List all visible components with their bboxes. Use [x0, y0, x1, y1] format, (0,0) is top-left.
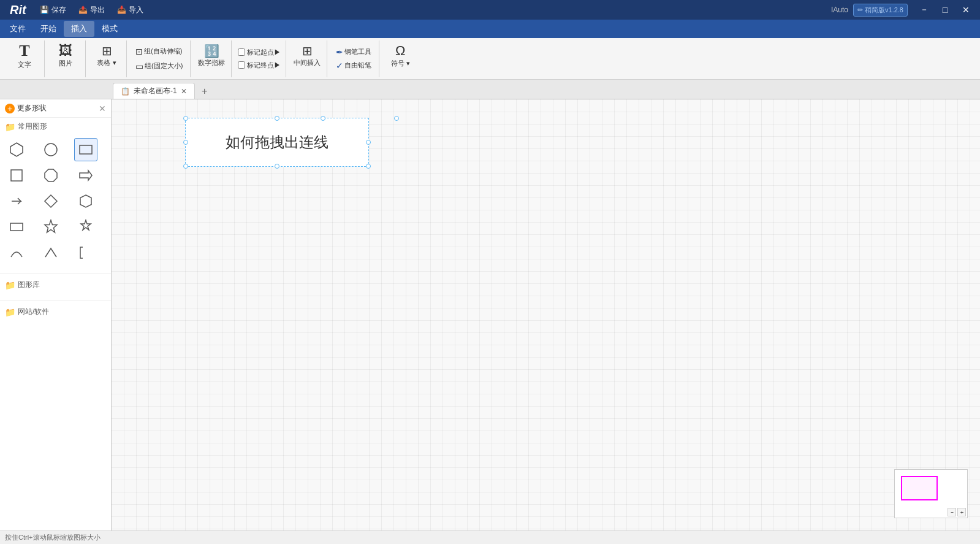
shape-arc[interactable]	[5, 241, 28, 264]
handle-tc[interactable]	[275, 116, 279, 121]
minimize-button[interactable]: －	[915, 3, 933, 17]
minimap-zoom-in[interactable]: ＋	[957, 508, 966, 516]
mark-start-row[interactable]: 标记起点▶	[238, 47, 281, 58]
common-shapes-label: 常用图形	[18, 121, 47, 132]
close-button[interactable]: ✕	[957, 3, 975, 17]
toolbar-group-table: ⊞ 表格 ▾	[87, 40, 127, 77]
shape-hexagon[interactable]	[5, 138, 28, 161]
shape-arrow-right[interactable]	[74, 164, 97, 187]
handle-rc[interactable]	[366, 140, 371, 145]
toolbar-group-symbol: Ω 符号 ▾	[381, 40, 420, 77]
version-badge: ✏ 稍简版v1.2.8	[853, 4, 908, 17]
shape-hexagon2[interactable]	[74, 190, 97, 213]
shape-circle[interactable]	[39, 138, 63, 161]
handle-bl[interactable]	[183, 164, 188, 169]
symbol-label: 符号 ▾	[391, 59, 410, 68]
status-bar: 按住Ctrl+滚动鼠标缩放图标大小	[0, 531, 980, 544]
shape-star5[interactable]	[39, 215, 63, 239]
svg-rect-8	[10, 223, 23, 231]
mid-insert-button[interactable]: ⊞ 中间插入	[292, 40, 322, 72]
tab-close-button[interactable]: ✕	[181, 87, 187, 96]
pen-tool-button[interactable]: ✒ 钢笔工具	[333, 46, 374, 58]
sidebar-close-button[interactable]: ✕	[99, 104, 106, 113]
tab-label: 未命名画布-1	[134, 86, 177, 96]
sidebar-header-left: + 更多形状	[5, 103, 47, 113]
svg-marker-9	[45, 220, 57, 232]
svg-marker-6	[45, 195, 57, 207]
shape-rectangle[interactable]	[74, 138, 97, 161]
text-tool-button[interactable]: T 文字	[10, 40, 39, 72]
group-fixed-icon: ▭	[135, 61, 143, 71]
menu-insert[interactable]: 插入	[64, 21, 94, 37]
toolbar-group-group: ⊡ 组(自动伸缩) ▭ 组(固定大小)	[128, 40, 191, 77]
mark-start-checkbox[interactable]	[238, 48, 245, 56]
symbol-button[interactable]: Ω 符号 ▾	[386, 40, 415, 72]
handle-tr-outer[interactable]	[321, 116, 325, 121]
menu-bar: 文件 开始 插入 模式	[0, 20, 980, 38]
menu-file[interactable]: 文件	[2, 21, 33, 37]
canvas[interactable]: 如何拖拽出连线 － ＋	[112, 99, 980, 531]
mark-end-row[interactable]: 标记终点▶	[238, 59, 281, 71]
number-icon: 🔢	[204, 45, 219, 57]
svg-marker-0	[10, 143, 23, 156]
minimap-zoom-out[interactable]: －	[948, 508, 956, 516]
save-button[interactable]: 💾 保存	[36, 4, 70, 17]
group-auto-button[interactable]: ⊡ 组(自动伸缩)	[133, 45, 184, 58]
shape-square[interactable]	[5, 164, 28, 187]
mid-insert-label: 中间插入	[294, 58, 321, 67]
svg-marker-10	[81, 220, 91, 230]
table-label: 表格 ▾	[97, 58, 116, 67]
minimap: － ＋	[894, 469, 968, 518]
common-shapes-section: 📁 常用图形	[0, 118, 111, 270]
canvas-textbox[interactable]: 如何拖拽出连线	[185, 118, 369, 167]
title-bar: Rit 💾 保存 📤 导出 📥 导入 IAuto ✏ 稍简版v1.2.8 － □…	[0, 0, 980, 20]
table-tool-button[interactable]: ⊞ 表格 ▾	[92, 40, 121, 72]
shape-angle[interactable]	[39, 241, 63, 264]
svg-marker-7	[80, 195, 91, 207]
canvas-tab[interactable]: 📋 未命名画布-1 ✕	[113, 83, 195, 99]
maximize-button[interactable]: □	[936, 3, 954, 17]
canvas-area[interactable]: 如何拖拽出连线 － ＋	[112, 99, 980, 531]
toolbar-group-text: T 文字	[5, 40, 45, 77]
folder-icon2: 📁	[5, 280, 15, 290]
minimap-viewport	[901, 476, 938, 500]
handle-br[interactable]	[366, 164, 371, 169]
handle-tr-far[interactable]	[394, 116, 399, 121]
shape-rectangle2[interactable]	[5, 215, 28, 239]
svg-marker-4	[45, 169, 57, 182]
toolbar-group-mid: ⊞ 中间插入	[287, 40, 327, 77]
tab-add-button[interactable]: +	[196, 84, 213, 99]
import-button[interactable]: 📥 导入	[113, 4, 147, 17]
handle-bc[interactable]	[275, 164, 279, 169]
shape-diamond[interactable]	[39, 190, 63, 213]
image-tool-button[interactable]: 🖼 图片	[51, 40, 80, 72]
folder-icon3: 📁	[5, 307, 15, 317]
canvas-text: 如何拖拽出连线	[226, 132, 329, 152]
menu-start[interactable]: 开始	[33, 21, 64, 37]
shape-library-title[interactable]: 📁 图形库	[5, 280, 106, 290]
iauto-label: IAuto	[831, 6, 848, 14]
mark-end-checkbox[interactable]	[238, 61, 245, 69]
import-icon: 📥	[117, 6, 126, 14]
menu-mode[interactable]: 模式	[94, 21, 125, 37]
toolbar-group-image: 🖼 图片	[46, 40, 86, 77]
number-tool-button[interactable]: 🔢 数字指标	[197, 40, 226, 72]
svg-marker-5	[80, 170, 92, 180]
handle-tl[interactable]	[183, 116, 188, 121]
common-shapes-title[interactable]: 📁 常用图形	[5, 121, 106, 132]
export-button[interactable]: 📤 导出	[75, 4, 108, 17]
text-icon: T	[19, 43, 29, 59]
shape-arrow-outline[interactable]	[5, 190, 28, 213]
website-software-title[interactable]: 📁 网站/软件	[5, 307, 106, 317]
shape-library-label: 图形库	[18, 280, 40, 290]
freehand-button[interactable]: ✓ 自由铅笔	[333, 59, 374, 72]
tab-icon: 📋	[121, 87, 130, 96]
add-shapes-button[interactable]: +	[5, 104, 15, 113]
status-hint: 按住Ctrl+滚动鼠标缩放图标大小	[5, 533, 101, 542]
handle-lc[interactable]	[183, 140, 188, 145]
shape-star6[interactable]	[74, 215, 97, 239]
shape-bracket[interactable]	[74, 241, 97, 264]
group-fixed-button[interactable]: ▭ 组(固定大小)	[133, 60, 185, 72]
shape-octagon[interactable]	[39, 164, 63, 187]
website-software-section: 📁 网站/软件	[0, 303, 111, 324]
